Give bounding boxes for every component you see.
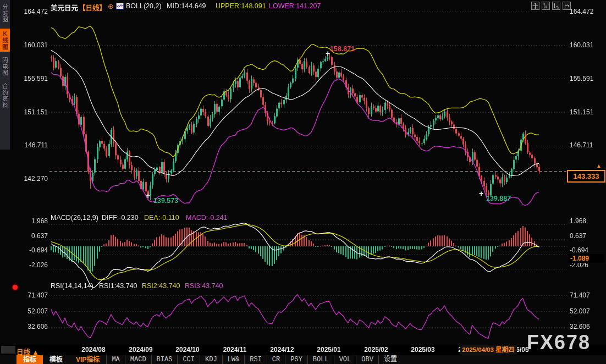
toolbar-item-VOL[interactable]: VOL <box>334 355 356 364</box>
rsi-axis-tick-right-1: 52.007 <box>570 307 590 315</box>
macd-axis-tick-right-2: -0.694 <box>570 246 588 254</box>
macd-value: MACD:-0.241 <box>186 214 228 222</box>
price-arrow-icon: ▲ <box>596 163 602 169</box>
macd-dea-value: DEA:-0.110 <box>144 214 179 222</box>
rsi2-value: RSI2:43.740 <box>142 282 180 290</box>
x-axis-label-0: 2024/08 <box>81 346 105 354</box>
indicator-toolbar: 指标模板VIP指标MAMACDBIASCCIKDJLW&RSICRPSYBOLL… <box>0 355 606 364</box>
rsi-title: RSI(14,14,14) <box>51 282 93 290</box>
sidebar-item-3[interactable]: 合约资料 <box>0 81 10 110</box>
boll-mid-value: MID:144.649 <box>167 2 206 10</box>
chart-thumbnail-icon <box>116 3 124 11</box>
sep-low-annotation: 139.573 <box>153 197 178 205</box>
rsi-axis-tick-right-2: 32.606 <box>570 323 590 330</box>
crosshair-date-tooltip: 2025/04/03 星期四 <box>460 345 517 355</box>
apr-low-annotation: 139.887 <box>486 195 511 202</box>
period-high-annotation: 158.871 <box>330 45 355 53</box>
macd-value-marker: -1.089 <box>568 254 604 263</box>
toolbar-item-MA[interactable]: MA <box>106 355 124 364</box>
pop-out-icon[interactable] <box>563 2 571 10</box>
main-axis-tick-right-1: 160.031 <box>570 41 593 49</box>
rsi-axis-tick-left-2: 32.606 <box>17 323 48 330</box>
main-axis-tick-left-2: 155.591 <box>17 75 48 82</box>
toolbar-item-指标[interactable]: 指标 <box>16 355 43 364</box>
toolbar-item-模板[interactable]: 模板 <box>43 355 69 364</box>
rsi1-value: RSI1:43.740 <box>99 282 137 290</box>
main-axis-tick-left-4: 146.711 <box>17 141 48 149</box>
macd-axis-tick-left-1: 0.637 <box>17 232 48 240</box>
chart-application: 分时图K线图闪电图合约资料 美元日元 【日线】 ⊕ BOLL(20,2) MID… <box>0 0 606 364</box>
corner-stub-top <box>1 346 15 354</box>
toolbar-item-RSI[interactable]: RSI <box>244 355 267 364</box>
macd-axis-tick-right-1: 0.637 <box>570 232 586 240</box>
macd-title: MACD(26,12,9) <box>51 214 98 222</box>
timeframe-tag: 【日线】 <box>79 2 106 13</box>
x-axis-scale-icon[interactable] <box>552 2 560 10</box>
boll-lower-value: LOWER:141.207 <box>269 2 321 10</box>
symbol-title: 美元日元 <box>51 2 78 13</box>
main-axis-tick-right-3: 151.151 <box>570 108 593 116</box>
y-axis-scale-icon[interactable] <box>542 2 550 10</box>
alert-dot-icon <box>13 285 18 290</box>
x-axis-label-7: 2025/03 <box>411 346 434 354</box>
x-axis-label-5: 2025/01 <box>317 346 340 354</box>
chart-type-sidebar: 分时图K线图闪电图合约资料 <box>0 0 10 150</box>
boll-label: BOLL(20,2) <box>126 2 162 10</box>
toolbar-item-LW&[interactable]: LW& <box>222 355 245 364</box>
toolbar-item-设置[interactable]: 设置 <box>378 355 402 364</box>
sep-low-cross-marker: + <box>146 193 150 198</box>
toolbar-item-CR[interactable]: CR <box>267 355 285 364</box>
rsi3-value: RSI3:43.740 <box>185 282 223 290</box>
x-axis-label-6: 2025/02 <box>364 346 388 354</box>
toolbar-item-VIP指标[interactable]: VIP指标 <box>69 355 106 364</box>
rsi-axis-tick-right-0: 71.407 <box>570 291 590 299</box>
macd-axis-tick-left-2: -0.694 <box>17 246 48 254</box>
x-axis-label-3: 2024/11 <box>223 346 247 354</box>
macd-diff-value: DIFF:-0.230 <box>102 214 139 222</box>
last-price-marker: 143.333 <box>567 170 605 183</box>
circle-plus-icon[interactable]: ⊕ <box>108 2 114 10</box>
main-axis-tick-left-5: 142.270 <box>17 175 48 183</box>
boll-upper-value: UPPER:148.091 <box>216 2 266 10</box>
pan-icon[interactable] <box>531 2 539 10</box>
price-chart-canvas[interactable] <box>0 0 606 364</box>
main-axis-tick-right-4: 146.711 <box>570 141 593 149</box>
apr-low-cross-marker: + <box>479 191 483 196</box>
rsi-axis-tick-left-0: 71.407 <box>17 291 48 299</box>
sidebar-item-0[interactable]: 分时图 <box>0 2 10 25</box>
rsi-axis-tick-left-1: 52.007 <box>17 307 48 315</box>
fx678-watermark: FX678 <box>527 331 591 354</box>
toolbar-item-CCI[interactable]: CCI <box>177 355 200 364</box>
sidebar-item-1[interactable]: K线图 <box>0 29 10 52</box>
toolbar-item-BIAS[interactable]: BIAS <box>151 355 178 364</box>
toolbar-item-MACD[interactable]: MACD <box>125 355 151 364</box>
chart-toolbar-icons <box>531 2 571 10</box>
main-axis-tick-left-3: 151.151 <box>17 108 48 116</box>
macd-axis-tick-left-0: 1.968 <box>17 217 48 225</box>
high-cross-marker: + <box>326 51 330 56</box>
toolbar-item-KDJ[interactable]: KDJ <box>200 355 222 364</box>
macd-axis-tick-left-3: -2.026 <box>17 261 48 269</box>
x-axis-label-1: 2024/09 <box>129 346 152 354</box>
main-axis-tick-right-0: 164.472 <box>570 8 593 15</box>
x-axis-label-4: 2024/12 <box>270 346 294 354</box>
main-axis-tick-right-2: 155.591 <box>570 75 593 82</box>
macd-axis-tick-right-0: 1.968 <box>570 217 586 225</box>
x-axis-label-2: 2024/10 <box>175 346 199 354</box>
toolbar-item-OBV[interactable]: OBV <box>356 355 378 364</box>
toolbar-item-BOLL[interactable]: BOLL <box>307 355 334 364</box>
main-axis-tick-left-0: 164.472 <box>17 8 48 15</box>
sidebar-item-2[interactable]: 闪电图 <box>0 56 10 78</box>
toolbar-item-PSY[interactable]: PSY <box>285 355 307 364</box>
main-axis-tick-left-1: 160.031 <box>17 41 48 49</box>
